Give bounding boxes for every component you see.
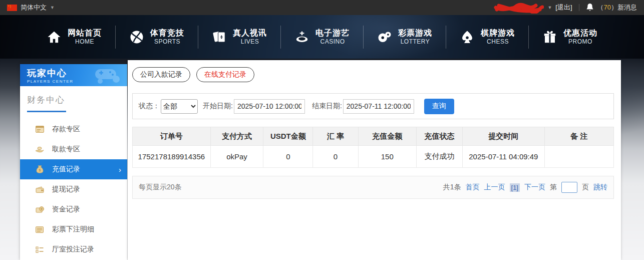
- col-payment-method: 支付方式: [210, 127, 263, 146]
- sidebar-item-label: 充值记录: [52, 165, 80, 174]
- bell-icon[interactable]: [586, 3, 594, 12]
- page-suffix-label: 页: [582, 183, 589, 192]
- nav-label-en: LIVES: [233, 38, 267, 46]
- nav-item-home[interactable]: 网站首页HOME: [33, 28, 115, 46]
- nav-label-en: PROMO: [563, 38, 597, 46]
- topbar-user-area: ▼ [退出] （70）新消息: [494, 2, 637, 14]
- nav-item-promo[interactable]: 优惠活动PROMO: [529, 28, 611, 46]
- nav-label-zh: 电子游艺: [315, 28, 350, 38]
- nav-item-sports[interactable]: 体育竞技SPORTS: [116, 28, 198, 46]
- jump-link[interactable]: 跳转: [593, 183, 607, 192]
- nav-label-en: CASINO: [315, 38, 350, 46]
- end-date-input[interactable]: [343, 99, 414, 114]
- status-label: 状态：: [139, 102, 160, 111]
- chevron-down-icon: ▼: [50, 5, 55, 10]
- table-header-row: 订单号 支付方式 USDT金额 汇 率 充值金额 充值状态 提交时间 备 注: [133, 127, 614, 146]
- pagination-bar: 每页显示20条 共1条 首页 上一页 [1] 下一页 第 页 跳转: [132, 176, 614, 199]
- message-label: 新消息: [617, 4, 637, 11]
- nav-item-chess[interactable]: 棋牌游戏CHESS: [446, 28, 528, 46]
- records-table: 订单号 支付方式 USDT金额 汇 率 充值金额 充值状态 提交时间 备 注 1…: [132, 127, 614, 168]
- lottery-balls-icon: [377, 30, 392, 45]
- messages-link[interactable]: （70）新消息: [597, 3, 637, 12]
- red-scribble-icon: [494, 2, 544, 14]
- col-usdt-amount: USDT金额: [263, 127, 313, 146]
- sports-ball-icon: [129, 30, 144, 45]
- logout-button[interactable]: [退出]: [555, 3, 572, 12]
- sidebar-item-recharge-records[interactable]: $ 充值记录 ›: [20, 159, 127, 179]
- sidebar-item-funds-records[interactable]: ¥ 资金记录: [20, 199, 127, 219]
- sidebar-section-title: 财务中心: [27, 94, 66, 112]
- page-jump-input[interactable]: [561, 182, 577, 193]
- redacted-username-scribble: [494, 2, 544, 14]
- sidebar-section: 财务中心: [20, 86, 127, 112]
- col-submit-time: 提交时间: [463, 127, 544, 146]
- deposit-card-icon: [35, 125, 44, 133]
- cell-recharge-status: 支付成功: [416, 146, 462, 168]
- current-page-indicator: [1]: [510, 183, 520, 192]
- prev-page-link[interactable]: 上一页: [484, 183, 505, 192]
- col-order-number: 订单号: [133, 127, 211, 146]
- sidebar-menu: 存款专区 取款专区 $ 充值记录 ›: [20, 119, 127, 259]
- nav-label-zh: 网站首页: [68, 28, 102, 38]
- status-select[interactable]: 全部: [161, 99, 198, 114]
- cell-payment-method: okPay: [210, 146, 263, 168]
- nav-label-zh: 棋牌游戏: [481, 28, 515, 38]
- sidebar-header: 玩家中心 PLAYERS CENTER: [20, 64, 127, 86]
- cell-exchange-rate: 0: [313, 146, 358, 168]
- sidebar-item-label: 彩票下注明细: [52, 225, 94, 234]
- tab-company-deposit-records[interactable]: 公司入款记录: [132, 67, 190, 82]
- playing-cards-icon: [212, 30, 227, 45]
- nav-item-casino[interactable]: 电子游艺CASINO: [281, 28, 363, 46]
- svg-text:$: $: [39, 168, 41, 172]
- coins-icon: ¥: [35, 205, 44, 213]
- hand-money-icon: [35, 145, 44, 153]
- content-area: 玩家中心 PLAYERS CENTER 财务中心 存款专区: [0, 59, 644, 260]
- start-date-label: 开始日期:: [203, 102, 233, 111]
- sidebar-item-withdrawal-records[interactable]: 提现记录: [20, 179, 127, 199]
- nav-label-zh: 体育竞技: [150, 28, 184, 38]
- sidebar-item-room-bet-records[interactable]: 厅室投注记录: [20, 239, 127, 259]
- nav-label-zh: 真人视讯: [233, 28, 267, 38]
- nav-label-en: HOME: [68, 38, 102, 46]
- sidebar-item-withdraw[interactable]: 取款专区: [20, 139, 127, 159]
- nav-label-zh: 优惠活动: [563, 28, 597, 38]
- main-nav: 网站首页HOME 体育竞技SPORTS 真人视讯LIVES: [0, 15, 644, 59]
- table-row: 1752178189914356 okPay 0 0 150 支付成功 2025…: [133, 146, 614, 168]
- spade-icon: [460, 30, 475, 45]
- first-page-link[interactable]: 首页: [466, 183, 480, 192]
- chevron-right-icon: ›: [119, 165, 121, 174]
- gamepad-watermark-icon: [93, 66, 123, 85]
- query-button[interactable]: 查询: [424, 99, 454, 114]
- chevron-down-icon[interactable]: ▼: [547, 5, 552, 10]
- language-switcher[interactable]: 简体中文 ▼: [7, 3, 55, 12]
- divider: [579, 4, 579, 11]
- col-exchange-rate: 汇 率: [313, 127, 358, 146]
- sidebar-item-label: 厅室投注记录: [52, 245, 94, 254]
- page-prefix-label: 第: [550, 183, 557, 192]
- sidebar: 玩家中心 PLAYERS CENTER 财务中心 存款专区: [20, 64, 127, 260]
- nav-label-zh: 彩票游戏: [398, 28, 432, 38]
- filter-bar: 状态： 全部 开始日期: 结束日期: 查询: [132, 93, 614, 119]
- list-document-icon: [35, 225, 44, 233]
- end-date-label: 结束日期:: [312, 102, 342, 111]
- col-recharge-status: 充值状态: [416, 127, 462, 146]
- nav-label-en: CHESS: [481, 38, 515, 46]
- msg-paren-close: ）: [611, 4, 617, 11]
- start-date-input[interactable]: [234, 99, 305, 114]
- next-page-link[interactable]: 下一页: [524, 183, 545, 192]
- nav-item-lives[interactable]: 真人视讯LIVES: [198, 28, 280, 46]
- sidebar-item-label: 提现记录: [52, 185, 80, 194]
- sidebar-item-deposit[interactable]: 存款专区: [20, 119, 127, 139]
- sidebar-item-label: 存款专区: [52, 125, 80, 134]
- sidebar-item-lottery-bet-details[interactable]: 彩票下注明细: [20, 219, 127, 239]
- language-label: 简体中文: [21, 3, 47, 12]
- nav-label-en: LOTTERY: [398, 38, 432, 46]
- gift-icon: [542, 30, 557, 45]
- tab-online-payment-records[interactable]: 在线支付记录: [196, 67, 254, 82]
- page: 简体中文 ▼ ▼ [退出] （70）新消息: [0, 0, 644, 260]
- cell-recharge-amount: 150: [358, 146, 416, 168]
- per-page-label: 每页显示20条: [139, 183, 182, 192]
- msg-paren-open: （: [597, 4, 604, 11]
- cell-remarks: [544, 146, 613, 168]
- nav-item-lottery[interactable]: 彩票游戏LOTTERY: [364, 28, 446, 46]
